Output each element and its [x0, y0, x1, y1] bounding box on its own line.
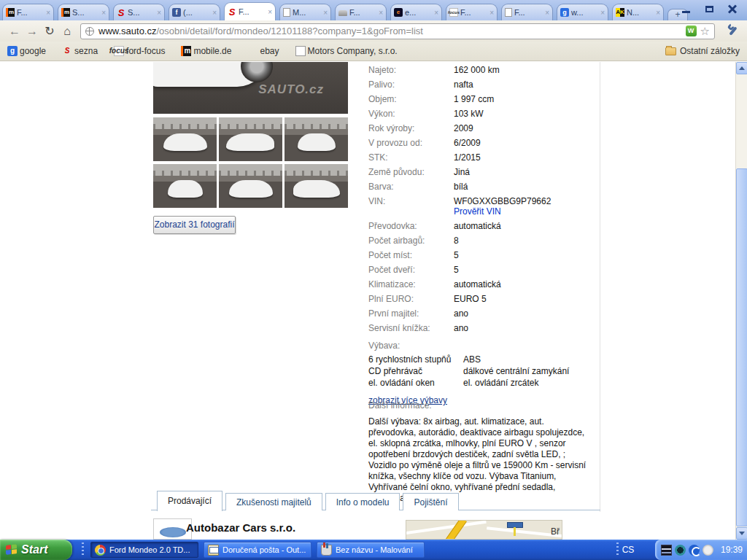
browser-tab-active[interactable]: SF...× [224, 2, 276, 20]
start-button[interactable]: Start [0, 540, 72, 560]
tray-icon-2[interactable] [675, 545, 686, 556]
bookmark-google[interactable]: ggoogle [7, 46, 46, 56]
tray-icon-3[interactable] [689, 545, 700, 556]
spec-label: VIN: [368, 196, 454, 206]
taskbar-item-paint[interactable]: Bez názvu - Malování [317, 542, 425, 558]
close-button[interactable] [724, 3, 741, 15]
browser-tab-8[interactable]: ee...× [390, 4, 442, 20]
document-favicon [505, 8, 512, 17]
mobile-de-favicon: m [6, 8, 15, 17]
scroll-down-button[interactable] [736, 527, 747, 540]
restore-button[interactable] [700, 3, 718, 15]
equipment-row: CD přehrávačdálkové centrální zamykání [368, 366, 598, 378]
wot-extension-icon[interactable]: W [686, 26, 697, 36]
spec-value: 1 997 ccm [454, 94, 494, 104]
browser-tab-6[interactable]: M...× [279, 4, 331, 20]
paint-icon [321, 545, 332, 556]
browser-tab-11[interactable]: gw...× [557, 4, 608, 20]
tab-zkusenosti-majitelu[interactable]: Zkušenosti majitelů [225, 493, 322, 510]
equipment-heading: Výbava: [368, 341, 598, 351]
photo-thumbnail-5[interactable] [219, 164, 282, 208]
reload-button[interactable]: ↻ [41, 23, 58, 39]
map-city-label: Bř [551, 526, 560, 537]
spec-row: Klimatizace:automatická [368, 279, 598, 294]
tray-icon-4[interactable] [703, 545, 713, 556]
tab-close-icon[interactable]: × [599, 9, 605, 17]
photo-thumbnail-2[interactable] [219, 117, 282, 161]
wrench-menu-icon[interactable] [725, 23, 741, 39]
tab-info-o-modelu[interactable]: Info o modelu [325, 493, 400, 510]
home-button[interactable]: ⌂ [58, 23, 76, 39]
tab-close-icon[interactable]: × [654, 9, 660, 17]
browser-tab-3[interactable]: SS...× [113, 4, 165, 20]
browser-tab-9[interactable]: focusF...× [446, 4, 498, 20]
photo-thumbnail-1[interactable] [153, 117, 217, 161]
tab-close-icon[interactable]: × [211, 9, 217, 17]
scroll-up-button[interactable] [736, 62, 747, 74]
bookmark-motors-company[interactable]: Motors Company, s.r.o. [295, 46, 398, 56]
tab-title: F... [514, 8, 543, 17]
bookmark-ford-focus[interactable]: focusford-focus [114, 46, 165, 56]
start-label: Start [21, 543, 47, 556]
photo-thumbnail-6[interactable] [285, 164, 348, 208]
other-bookmarks-button[interactable]: Ostatní záložky [665, 46, 740, 56]
photo-thumbnail-3[interactable] [285, 117, 348, 161]
minimize-button[interactable] [677, 3, 694, 15]
detail-tabs: Prodávající Zkušenosti majitelů Info o m… [151, 491, 600, 510]
ak-favicon: AK [616, 8, 624, 17]
tab-close-icon[interactable]: × [377, 9, 383, 17]
tab-close-icon[interactable]: × [543, 9, 549, 17]
browser-tab-2[interactable]: mS...× [58, 4, 109, 20]
address-bar[interactable]: www.sauto.cz /osobni/detail/ford/mondeo/… [80, 23, 715, 39]
browser-tab-1[interactable]: mF...× [2, 4, 54, 20]
tab-close-icon[interactable]: × [100, 9, 106, 17]
taskbar-separator [82, 542, 84, 557]
car-favicon [338, 10, 347, 16]
tab-close-icon[interactable]: × [155, 9, 161, 17]
browser-tab-10[interactable]: F...× [501, 4, 553, 20]
verify-vin-link[interactable]: Prověřit VIN [454, 206, 598, 217]
show-all-photos-button[interactable]: Zobrazit 31 fotografií [153, 216, 236, 234]
taskbar-item-chrome[interactable]: Ford Mondeo 2.0 TD... [90, 542, 198, 558]
seller-map[interactable]: Bř [406, 520, 562, 540]
language-indicator[interactable]: CS [619, 542, 638, 557]
spec-label: Počet airbagů: [368, 236, 454, 246]
photo-thumbnail-4[interactable] [153, 164, 217, 208]
bookmark-label: google [20, 46, 46, 56]
spec-row: Počet míst:5 [368, 250, 598, 265]
bookmark-star-icon[interactable]: ☆ [700, 25, 710, 38]
spec-value: 8 [454, 236, 459, 246]
bookmark-ebay[interactable]: ebay [247, 46, 279, 56]
scrollbar-thumb[interactable] [736, 168, 747, 526]
spec-value: automatická [454, 221, 501, 231]
document-favicon [283, 8, 290, 17]
taskbar-item-outlook[interactable]: Doručená pošta - Out... [204, 542, 311, 558]
spec-label: V provozu od: [368, 138, 454, 148]
main-car-photo[interactable]: SAUTO.cz [153, 62, 348, 114]
spec-row: Servisní knížka:ano [368, 323, 598, 338]
tray-icon-1[interactable] [661, 545, 672, 556]
map-road [406, 521, 487, 536]
tab-prodavajici[interactable]: Prodávající [157, 491, 222, 511]
bookmark-seznam[interactable]: Ssezna [62, 46, 98, 56]
browser-tab-12[interactable]: AKN...× [612, 4, 664, 20]
tab-close-icon[interactable]: × [322, 9, 328, 17]
browser-tab-7[interactable]: F...× [335, 4, 387, 20]
spec-label: Rok výroby: [368, 123, 454, 133]
dark-e-favicon: e [394, 8, 403, 17]
spec-value: 2009 [454, 123, 473, 133]
ford-focus-favicon: focus [449, 8, 458, 17]
tab-close-icon[interactable]: × [433, 9, 438, 17]
tab-close-icon[interactable]: × [44, 9, 50, 17]
spec-value: Jiná [454, 167, 470, 177]
tab-pojisteni[interactable]: Pojištění [403, 493, 458, 510]
forward-button[interactable]: → [23, 23, 41, 39]
browser-tab-4[interactable]: f(...× [169, 4, 220, 20]
page-scrollbar[interactable] [735, 62, 747, 540]
back-button[interactable]: ← [6, 23, 23, 39]
spec-label: Palivo: [368, 79, 454, 90]
tab-close-icon[interactable]: × [488, 9, 494, 17]
bookmark-mobile-de[interactable]: mmobile.de [181, 46, 231, 56]
tab-close-icon[interactable]: × [266, 8, 272, 16]
mobile-de-favicon: m [61, 8, 70, 17]
